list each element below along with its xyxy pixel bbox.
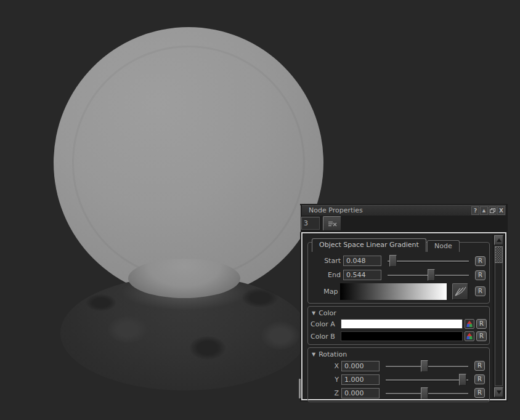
color-group: ▼ Color Color A R — [307, 306, 490, 345]
start-label: Start — [310, 257, 341, 265]
rotation-z-field[interactable]: 0.000 — [341, 388, 380, 398]
end-row: End 0.544 R — [310, 268, 487, 282]
color-b-reset-button[interactable]: R — [476, 331, 487, 341]
rgb-picker-icon — [466, 320, 473, 328]
rotation-x-label: X — [311, 362, 339, 370]
preview-sphere — [54, 27, 323, 298]
start-reset-button[interactable]: R — [475, 256, 485, 266]
panel-edge-grip[interactable] — [299, 205, 301, 232]
map-label: Map — [310, 288, 338, 296]
panel-content: Object Space Linear Gradient Node Start … — [301, 232, 506, 400]
rotation-x-reset-button[interactable]: R — [474, 361, 485, 371]
rotation-x-slider[interactable] — [386, 360, 468, 372]
scroll-up-icon — [497, 238, 502, 242]
panel-scrollbar[interactable] — [493, 235, 504, 398]
rotation-z-row: Z 0.000 R — [311, 386, 487, 400]
color-a-reset-button[interactable]: R — [476, 319, 487, 329]
expression-button[interactable] — [323, 216, 341, 231]
slider-track — [388, 260, 469, 262]
rotation-y-reset-button[interactable]: R — [474, 374, 485, 384]
color-a-picker-button[interactable] — [465, 319, 474, 329]
pedestal-bump — [261, 321, 299, 350]
end-reset-button[interactable]: R — [475, 270, 485, 280]
rotation-section-header[interactable]: ▼ Rotation — [311, 349, 487, 359]
color-b-row: Color B R — [311, 330, 487, 342]
map-row: Map R — [310, 282, 487, 301]
rotation-z-slider[interactable] — [386, 387, 468, 399]
sphere-neck — [128, 259, 240, 298]
scroll-down-icon — [497, 390, 502, 394]
scrollbar-thumb[interactable] — [495, 246, 503, 263]
scroll-up-button[interactable] — [494, 235, 503, 245]
start-slider-handle[interactable] — [389, 255, 397, 267]
panel-titlebar[interactable]: Node Properties ? ▲ X — [302, 205, 506, 216]
scrollbar-track[interactable] — [495, 246, 503, 386]
start-slider[interactable] — [388, 255, 469, 267]
pedestal-dimple — [190, 336, 225, 360]
rotation-x-field[interactable]: 0.000 — [341, 361, 380, 371]
node-index-input[interactable] — [301, 217, 320, 230]
panel-content-border: Object Space Linear Gradient Node Start … — [303, 233, 505, 399]
tab-object-space-linear-gradient[interactable]: Object Space Linear Gradient — [312, 238, 426, 252]
slider-track — [386, 379, 468, 381]
close-icon[interactable]: X — [497, 206, 505, 215]
gradient-map-preview[interactable] — [340, 283, 447, 300]
expression-icon — [328, 220, 337, 227]
rotation-z-label: Z — [311, 389, 339, 397]
color-b-swatch[interactable] — [341, 331, 463, 341]
curves-icon — [453, 285, 467, 297]
panel-scroll-area: Object Space Linear Gradient Node Start … — [304, 235, 492, 398]
color-a-swatch[interactable] — [341, 319, 463, 329]
edit-curve-button[interactable] — [452, 283, 468, 300]
panel-edge-grip[interactable] — [299, 379, 301, 398]
rotation-y-handle[interactable] — [459, 374, 466, 386]
rotation-group: ▼ Rotation X 0.000 R Y 1.0 — [307, 347, 490, 402]
gradient-node-group: Object Space Linear Gradient Node Start … — [307, 242, 490, 304]
color-a-label: Color A — [311, 320, 341, 328]
collapse-triangle-icon: ▼ — [312, 352, 315, 357]
end-slider-handle[interactable] — [428, 269, 435, 281]
rotation-y-label: Y — [311, 376, 339, 384]
tab-node[interactable]: Node — [427, 240, 460, 252]
start-value-field[interactable]: 0.048 — [343, 256, 381, 266]
pedestal-bump — [108, 316, 147, 343]
node-properties-panel: Node Properties ? ▲ X — [300, 204, 508, 402]
collapse-triangle-icon: ▼ — [312, 310, 315, 316]
rotation-x-handle[interactable] — [421, 360, 428, 372]
rotation-y-row: Y 1.000 R — [311, 373, 487, 386]
color-b-picker-button[interactable] — [465, 331, 474, 341]
color-a-row: Color A R — [311, 318, 487, 330]
color-b-label: Color B — [311, 333, 341, 341]
start-row: Start 0.048 R — [310, 254, 487, 268]
rotation-z-handle[interactable] — [421, 387, 428, 399]
rotation-y-field[interactable]: 1.000 — [341, 374, 380, 385]
help-icon[interactable]: ? — [471, 206, 479, 215]
application-window: Node Properties ? ▲ X — [0, 0, 520, 420]
restore-icon[interactable] — [489, 206, 497, 215]
scroll-down-button[interactable] — [494, 387, 503, 397]
end-label: End — [310, 271, 341, 279]
end-slider[interactable] — [388, 269, 469, 281]
map-reset-button[interactable]: R — [475, 286, 485, 296]
titlebar-buttons: ? ▲ X — [471, 206, 505, 215]
collapse-icon[interactable]: ▲ — [480, 206, 488, 215]
pedestal-dimple — [86, 294, 116, 311]
rotation-section-title: Rotation — [319, 350, 347, 358]
end-value-field[interactable]: 0.544 — [343, 270, 381, 280]
rgb-picker-icon — [466, 333, 473, 340]
color-section-header[interactable]: ▼ Color — [311, 308, 487, 318]
color-section-title: Color — [319, 309, 336, 317]
rotation-z-reset-button[interactable]: R — [474, 388, 485, 398]
rotation-x-row: X 0.000 R — [311, 359, 487, 373]
rotation-y-slider[interactable] — [386, 374, 468, 386]
